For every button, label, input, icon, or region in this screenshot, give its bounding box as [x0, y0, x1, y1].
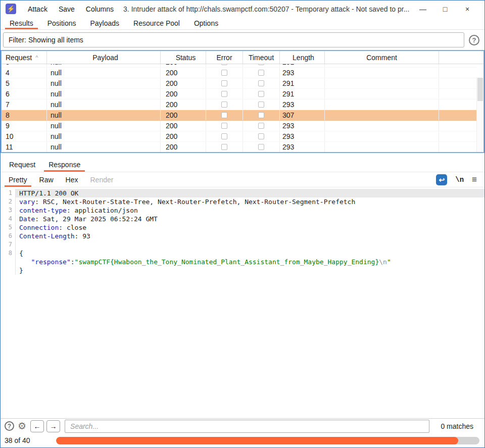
line-number: 5	[1, 223, 16, 232]
results-table-header: Request ^ Payload Status Error Timeout L…	[2, 51, 483, 64]
tab-payloads[interactable]: Payloads	[83, 17, 127, 29]
table-cell	[206, 99, 243, 110]
tab-hex[interactable]: Hex	[60, 172, 84, 187]
line-number: 2	[1, 197, 16, 206]
table-cell: 293	[280, 68, 325, 78]
table-cell: null	[47, 121, 161, 131]
column-header-timeout[interactable]: Timeout	[243, 51, 280, 64]
minimize-button[interactable]: —	[412, 5, 434, 13]
table-row[interactable]: 10null200293	[2, 131, 476, 142]
error-checkbox[interactable]	[221, 123, 227, 129]
filter-text: Filter: Showing all items	[9, 36, 83, 44]
line-content: Content-Length: 93	[16, 232, 484, 240]
match-count: 0 matches	[429, 422, 480, 430]
editor-line: 4Date: Sat, 29 Mar 2025 06:52:24 GMT	[1, 215, 484, 223]
line-content: {	[16, 249, 484, 258]
column-header-status[interactable]: Status	[161, 51, 206, 64]
error-checkbox[interactable]	[221, 64, 227, 65]
table-row[interactable]: 11null200293	[2, 142, 476, 152]
menu-attack[interactable]: Attack	[22, 5, 53, 13]
timeout-checkbox[interactable]	[258, 133, 264, 139]
editor-line: 2vary: RSC, Next-Router-State-Tree, Next…	[1, 197, 484, 206]
editor-line: 1HTTP/1.1 200 OK	[1, 189, 484, 197]
timeout-checkbox[interactable]	[258, 80, 264, 86]
filter-bar[interactable]: Filter: Showing all items	[3, 32, 464, 47]
table-cell	[439, 78, 476, 88]
error-checkbox[interactable]	[221, 112, 227, 118]
line-number: 7	[1, 240, 16, 249]
table-cell	[206, 142, 243, 152]
tab-results[interactable]: Results	[3, 17, 40, 29]
table-cell: null	[47, 99, 161, 110]
table-row[interactable]: 4null200293	[2, 68, 476, 78]
line-number: 1	[1, 189, 16, 197]
table-row[interactable]: 6null200291	[2, 89, 476, 99]
error-checkbox[interactable]	[221, 133, 227, 139]
error-checkbox[interactable]	[221, 91, 227, 97]
menu-columns[interactable]: Columns	[80, 5, 119, 13]
table-cell	[439, 131, 476, 141]
table-row[interactable]: 3null200291	[2, 64, 476, 68]
timeout-checkbox[interactable]	[258, 102, 264, 108]
tab-request[interactable]: Request	[3, 157, 42, 172]
table-cell: null	[47, 110, 161, 120]
tab-response[interactable]: Response	[42, 157, 87, 172]
tab-options[interactable]: Options	[187, 17, 225, 29]
column-header-comment[interactable]: Comment	[325, 51, 439, 64]
editor-line: 7	[1, 240, 484, 249]
tab-positions[interactable]: Positions	[40, 17, 83, 29]
progress-bar	[56, 437, 479, 444]
table-row[interactable]: 9null200293	[2, 121, 476, 131]
menu-save[interactable]: Save	[53, 5, 80, 13]
line-number	[1, 258, 16, 266]
tab-pretty[interactable]: Pretty	[3, 172, 33, 187]
search-input[interactable]	[65, 420, 429, 433]
error-checkbox[interactable]	[221, 70, 227, 76]
table-cell: 307	[280, 110, 325, 120]
next-match-button[interactable]: →	[46, 420, 60, 432]
line-content: }	[16, 266, 484, 275]
table-cell: 8	[2, 110, 47, 120]
error-checkbox[interactable]	[221, 80, 227, 86]
table-cell	[325, 131, 439, 141]
search-settings-gear-icon[interactable]: ⚙	[18, 420, 26, 432]
maximize-button[interactable]: □	[434, 5, 456, 13]
error-checkbox[interactable]	[221, 102, 227, 108]
table-scrollbar-thumb[interactable]	[477, 78, 483, 101]
table-row[interactable]: 5null200291	[2, 78, 476, 89]
table-cell	[325, 121, 439, 131]
timeout-checkbox[interactable]	[258, 123, 264, 129]
show-newlines-icon[interactable]: \n	[455, 176, 464, 184]
timeout-checkbox[interactable]	[258, 91, 264, 97]
close-button[interactable]: ×	[456, 5, 478, 13]
previous-match-button[interactable]: ←	[30, 420, 44, 432]
table-row[interactable]: 8null200307	[2, 110, 476, 121]
filter-help-icon[interactable]: ?	[469, 35, 479, 45]
search-help-icon[interactable]: ?	[5, 421, 14, 431]
editor-menu-icon[interactable]: ≡	[472, 175, 477, 185]
table-cell	[325, 89, 439, 99]
timeout-checkbox[interactable]	[258, 70, 264, 76]
error-checkbox[interactable]	[221, 144, 227, 150]
table-row[interactable]: 7null200293	[2, 99, 476, 110]
table-cell: 293	[280, 121, 325, 131]
tab-raw[interactable]: Raw	[33, 172, 60, 187]
tab-resource-pool[interactable]: Resource Pool	[126, 17, 187, 29]
table-cell	[206, 110, 243, 120]
timeout-checkbox[interactable]	[258, 112, 264, 118]
tab-render: Render	[84, 172, 120, 187]
timeout-checkbox[interactable]	[258, 64, 264, 65]
column-header-length[interactable]: Length	[280, 51, 325, 64]
column-header-request[interactable]: Request ^	[2, 51, 47, 64]
line-number: 8	[1, 249, 16, 258]
split-divider[interactable]	[1, 153, 484, 157]
column-header-payload[interactable]: Payload	[47, 51, 161, 64]
timeout-checkbox[interactable]	[258, 144, 264, 150]
table-cell: 7	[2, 99, 47, 110]
word-wrap-icon[interactable]: ↩	[436, 174, 447, 185]
column-header-error[interactable]: Error	[206, 51, 243, 64]
editor-line: 6Content-Length: 93	[1, 232, 484, 240]
table-cell	[439, 68, 476, 78]
table-cell: 200	[161, 64, 206, 67]
table-cell	[243, 78, 280, 88]
